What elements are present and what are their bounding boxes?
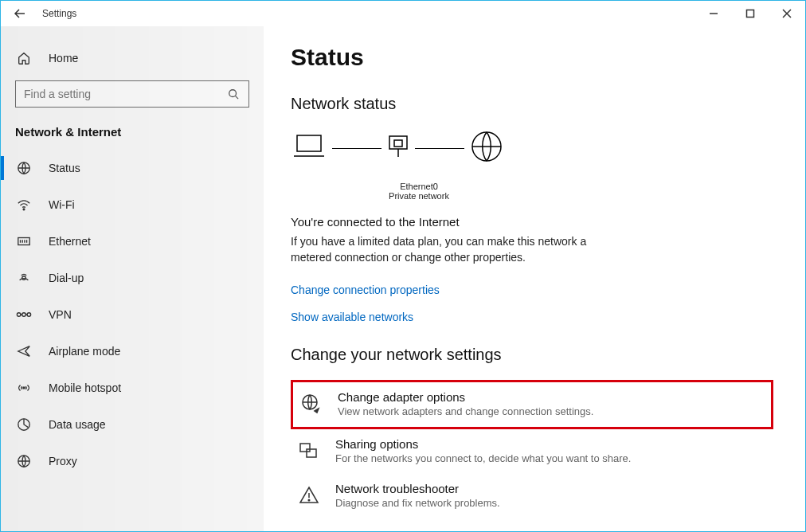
link-show-available-networks[interactable]: Show available networks <box>291 311 773 323</box>
wifi-icon <box>15 196 33 213</box>
globe-icon <box>469 129 504 167</box>
nav-item-status[interactable]: Status <box>1 150 264 186</box>
airplane-icon <box>15 342 33 360</box>
option-desc: For the networks you connect to, decide … <box>335 452 631 464</box>
svg-point-1 <box>229 90 237 97</box>
search-input[interactable] <box>24 88 226 100</box>
svg-rect-17 <box>300 444 310 452</box>
nav-label: Ethernet <box>49 235 91 248</box>
svg-rect-14 <box>394 140 402 147</box>
nav-item-vpn[interactable]: VPN <box>1 296 264 333</box>
option-desc: Diagnose and fix network problems. <box>335 497 500 509</box>
adapter-name: Ethernet0 <box>375 182 463 191</box>
home-icon <box>15 49 33 67</box>
hotspot-icon <box>15 379 33 397</box>
home-label: Home <box>49 52 78 65</box>
nav-label: Proxy <box>49 455 77 467</box>
line-icon <box>415 148 464 149</box>
search-box[interactable] <box>15 80 249 108</box>
nav-item-ethernet[interactable]: Ethernet <box>1 223 264 260</box>
nav-item-dialup[interactable]: Dial-up <box>1 260 264 296</box>
status-diagram <box>291 129 773 167</box>
network-status-heading: Network status <box>291 95 773 113</box>
network-type: Private network <box>375 191 463 201</box>
back-button[interactable] <box>9 2 31 25</box>
nav-label: VPN <box>49 308 72 321</box>
connected-desc: If you have a limited data plan, you can… <box>291 233 625 266</box>
link-change-connection-props[interactable]: Change connection properties <box>291 284 773 296</box>
option-title: Change adapter options <box>338 390 593 404</box>
svg-point-8 <box>27 313 31 317</box>
nav-item-proxy[interactable]: Proxy <box>1 443 264 479</box>
window-title: Settings <box>42 8 76 19</box>
diagram-adapter-label: Ethernet0 Private network <box>375 182 463 201</box>
nav-label: Airplane mode <box>49 345 120 358</box>
svg-rect-0 <box>747 10 754 18</box>
option-troubleshooter[interactable]: Network troubleshooter Diagnose and fix … <box>291 474 773 518</box>
svg-point-3 <box>23 209 25 210</box>
option-desc: View network adapters and change connect… <box>338 405 593 417</box>
adapter-icon <box>386 133 410 163</box>
proxy-icon <box>15 452 33 470</box>
svg-rect-18 <box>307 449 316 457</box>
search-icon <box>226 87 241 101</box>
nav-item-wifi[interactable]: Wi-Fi <box>1 186 264 223</box>
nav-item-airplane[interactable]: Airplane mode <box>1 333 264 370</box>
section-heading: Network & Internet <box>1 119 264 150</box>
home-nav[interactable]: Home <box>1 42 264 74</box>
adapter-options-icon <box>299 392 323 416</box>
vpn-icon <box>15 306 33 323</box>
option-title: Sharing options <box>335 437 631 451</box>
laptop-icon <box>291 131 327 166</box>
nav-label: Data usage <box>49 418 106 431</box>
line-icon <box>332 148 381 149</box>
sharing-icon <box>297 439 321 463</box>
svg-point-19 <box>308 499 310 501</box>
option-title: Network troubleshooter <box>335 482 500 495</box>
option-sharing[interactable]: Sharing options For the networks you con… <box>291 429 773 474</box>
ethernet-icon <box>15 233 33 250</box>
minimize-button[interactable] <box>695 1 732 26</box>
connected-title: You're connected to the Internet <box>291 215 773 229</box>
nav-item-hotspot[interactable]: Mobile hotspot <box>1 370 264 406</box>
svg-point-7 <box>22 313 26 317</box>
dialup-icon <box>15 269 33 287</box>
maximize-button[interactable] <box>732 1 769 26</box>
content-pane: Status Network status Ethernet0 Private … <box>264 26 805 531</box>
nav-label: Mobile hotspot <box>49 381 121 394</box>
page-title: Status <box>291 44 773 71</box>
svg-point-9 <box>23 387 25 389</box>
warning-icon <box>297 483 321 507</box>
svg-rect-12 <box>297 135 321 151</box>
sidebar: Home Network & Internet Status Wi-Fi Eth… <box>1 26 264 531</box>
svg-point-6 <box>17 313 21 317</box>
globe-icon <box>15 159 33 177</box>
change-settings-heading: Change your network settings <box>291 346 773 364</box>
nav-item-datausage[interactable]: Data usage <box>1 406 264 443</box>
nav-label: Status <box>49 162 80 174</box>
close-button[interactable] <box>769 1 805 26</box>
option-change-adapter[interactable]: Change adapter options View network adap… <box>291 380 773 429</box>
nav-label: Dial-up <box>49 272 84 284</box>
nav-label: Wi-Fi <box>49 198 75 211</box>
datausage-icon <box>15 416 33 433</box>
